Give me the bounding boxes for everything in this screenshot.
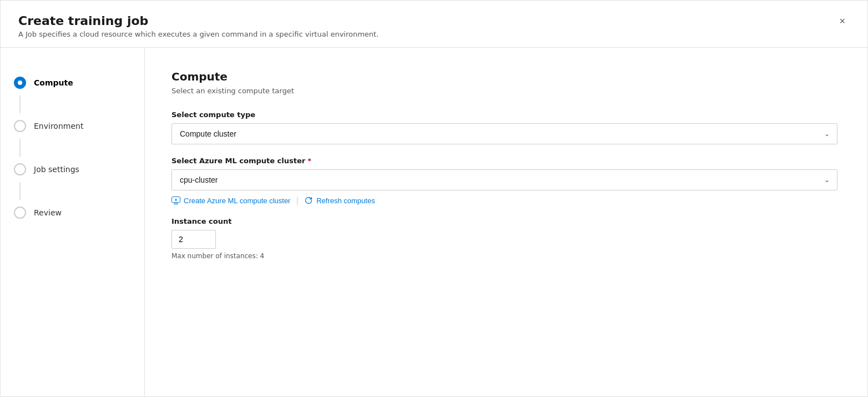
sidebar-item-job-settings[interactable]: Job settings (14, 157, 131, 182)
compute-type-field: Select compute type Compute cluster Comp… (171, 110, 841, 144)
refresh-computes-link[interactable]: Refresh computes (304, 196, 375, 205)
create-training-job-dialog: Create training job A Job specifies a cl… (0, 0, 868, 397)
step-label-review: Review (34, 208, 62, 217)
header-text: Create training job A Job specifies a cl… (18, 14, 379, 38)
refresh-computes-link-text: Refresh computes (316, 197, 375, 205)
connector-2 (19, 139, 21, 157)
dialog-subtitle: A Job specifies a cloud resource which e… (18, 30, 379, 38)
monitor-icon (171, 197, 180, 204)
dialog-header: Create training job A Job specifies a cl… (1, 1, 867, 48)
instance-count-field: Instance count Max number of instances: … (171, 217, 841, 260)
links-row: Create Azure ML compute cluster | Refres… (171, 196, 841, 205)
sidebar-item-environment[interactable]: Environment (14, 113, 131, 139)
main-content: Compute Select an existing compute targe… (145, 48, 867, 396)
sidebar-item-review[interactable]: Review (14, 200, 131, 225)
step-label-compute: Compute (34, 78, 73, 87)
section-title: Compute (171, 70, 841, 83)
cluster-select[interactable]: cpu-cluster (171, 169, 837, 190)
create-cluster-link-text: Create Azure ML compute cluster (184, 197, 290, 205)
create-cluster-link[interactable]: Create Azure ML compute cluster (171, 197, 290, 205)
cluster-select-wrapper: cpu-cluster ⌄ (171, 169, 837, 190)
cluster-label: Select Azure ML compute cluster * (171, 157, 841, 165)
compute-type-label: Select compute type (171, 110, 841, 119)
step-circle-review (14, 207, 26, 219)
sidebar-item-compute[interactable]: Compute (14, 70, 131, 96)
section-subtitle: Select an existing compute target (171, 87, 841, 95)
step-circle-environment (14, 120, 26, 132)
connector-3 (19, 182, 21, 200)
step-circle-job-settings (14, 163, 26, 175)
dialog-title: Create training job (18, 14, 379, 28)
dialog-body: Compute Environment Job settings Review (1, 48, 867, 396)
step-label-job-settings: Job settings (34, 165, 79, 174)
refresh-icon (304, 196, 313, 205)
close-button[interactable]: × (835, 14, 850, 28)
compute-type-select-wrapper: Compute cluster Compute instance Serverl… (171, 123, 837, 144)
instance-count-input[interactable] (171, 230, 216, 249)
instance-count-label: Instance count (171, 217, 841, 225)
step-circle-compute (14, 77, 26, 89)
max-instances-text: Max number of instances: 4 (171, 252, 841, 260)
required-star: * (307, 157, 311, 165)
compute-type-select[interactable]: Compute cluster Compute instance Serverl… (171, 123, 837, 144)
cluster-field: Select Azure ML compute cluster * cpu-cl… (171, 157, 841, 205)
sidebar: Compute Environment Job settings Review (1, 48, 145, 396)
step-label-environment: Environment (34, 122, 83, 130)
connector-1 (19, 96, 21, 113)
link-separator: | (296, 196, 299, 205)
